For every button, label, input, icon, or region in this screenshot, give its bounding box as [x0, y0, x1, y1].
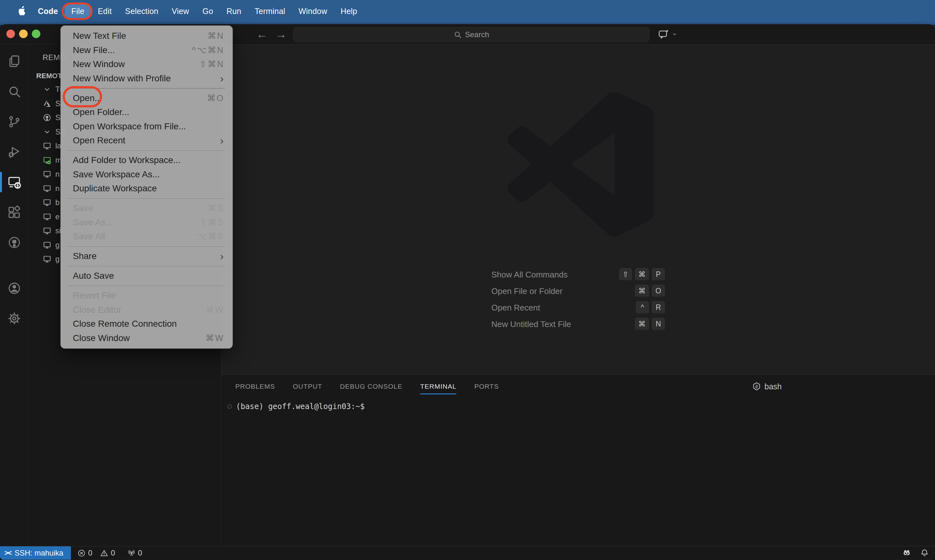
menu-item-open[interactable]: Open... ⌘O ›	[61, 91, 233, 106]
menu-item-new-window[interactable]: New Window ⇧⌘N ›	[61, 57, 233, 72]
watermark-shortcut-row: Open Recent ^R	[491, 301, 665, 314]
run-debug-activity-button[interactable]	[0, 145, 29, 159]
problems-status[interactable]: 0 0	[77, 549, 115, 557]
menubar-camera-app-button[interactable]	[598, 6, 609, 17]
menu-item-save-all[interactable]: Save All ⌥⌘S ›	[61, 229, 233, 244]
menubar-menu-help[interactable]: Help	[334, 5, 364, 18]
menu-item-close-editor[interactable]: Close Editor ⌘W ›	[61, 303, 233, 317]
github-activity-button[interactable]	[0, 235, 29, 250]
menubar-control-center-button[interactable]	[821, 6, 831, 17]
navigate-back-button[interactable]: ←	[256, 29, 268, 40]
warning-icon	[100, 549, 108, 557]
file-menu-item[interactable]: ›	[61, 263, 233, 269]
file-menu-item[interactable]: ›	[61, 244, 233, 249]
menu-item-duplicate-workspace[interactable]: Duplicate Workspace ›	[61, 182, 233, 196]
remote-indicator[interactable]: >< SSH: mahuika	[0, 546, 71, 560]
zoom-window-button[interactable]	[32, 29, 40, 38]
terminal-content[interactable]: (base) geoff.weal@login03:~$	[221, 402, 365, 411]
menubar-bluetooth-button[interactable]	[732, 6, 742, 17]
navigate-forward-button[interactable]: →	[275, 29, 287, 40]
apple-menu-icon[interactable]	[16, 5, 27, 17]
minimize-window-button[interactable]	[19, 29, 28, 38]
menubar-menu-terminal[interactable]: Terminal	[248, 5, 292, 18]
menubar-spotlight-button[interactable]	[799, 6, 809, 17]
menubar-hotspot-button[interactable]	[710, 6, 720, 17]
notifications-bell-icon[interactable]	[920, 548, 929, 558]
shell-label: bash	[765, 382, 782, 391]
menu-item-save-workspace-as[interactable]: Save Workspace As... ›	[61, 168, 233, 182]
tab-terminal[interactable]: TERMINAL	[420, 375, 457, 398]
menu-item-open-folder[interactable]: Open Folder... ›	[61, 105, 233, 120]
close-window-button[interactable]	[6, 29, 15, 38]
command-decoration-icon	[227, 404, 232, 409]
toggle-secondary-sidebar-button[interactable]	[916, 29, 928, 40]
menu-item-auto-save[interactable]: Auto Save ›	[61, 269, 233, 283]
menubar-battery-button[interactable]	[754, 6, 765, 17]
file-menu-item[interactable]: ›	[61, 283, 233, 289]
menubar-menu-view[interactable]: View	[165, 5, 196, 18]
menu-item-close-remote-connection[interactable]: Close Remote Connection ›	[61, 317, 233, 331]
menu-item-save-as[interactable]: Save As... ⇧⌘S ›	[61, 215, 233, 230]
menu-item-open-recent[interactable]: Open Recent ›	[61, 134, 233, 148]
toggle-primary-sidebar-button[interactable]	[881, 29, 892, 40]
toolbar-divider[interactable]	[877, 382, 887, 391]
menubar-menu-go[interactable]: Go	[196, 5, 220, 18]
remote-explorer-activity-button[interactable]	[0, 175, 29, 189]
menubar-wifi-button[interactable]	[776, 6, 787, 17]
terminal-prompt: (base) geoff.weal@login03:~$	[236, 402, 365, 411]
accounts-button[interactable]	[0, 281, 29, 295]
command-center-search[interactable]: Search	[293, 27, 650, 42]
menu-item-new-window-with-profile[interactable]: New Window with Profile ›	[61, 72, 233, 86]
file-dropdown-menu: New Text File ⌘N › New File... ^⌥⌘N › Ne…	[60, 25, 233, 349]
ports-count: 0	[138, 549, 142, 557]
file-menu-item[interactable]: ›	[61, 196, 233, 202]
menubar-menu-code[interactable]: Code	[31, 5, 65, 18]
settings-button[interactable]	[0, 311, 29, 326]
sidebar-section-header[interactable]: REMOT	[36, 72, 62, 80]
terminal-instance[interactable]: bash	[752, 382, 782, 391]
menu-item-save[interactable]: Save ⌘S ›	[61, 201, 233, 215]
monitor-icon	[43, 198, 51, 207]
copilot-status-icon[interactable]	[902, 548, 912, 558]
extensions-activity-button[interactable]	[0, 205, 29, 220]
customize-layout-button[interactable]	[863, 29, 875, 40]
tab-problems[interactable]: PROBLEMS	[235, 375, 275, 398]
menubar-menu-window[interactable]: Window	[292, 5, 334, 18]
terminal-more-actions-button[interactable]	[859, 382, 869, 391]
explorer-activity-button[interactable]	[0, 54, 29, 69]
new-terminal-button[interactable]	[790, 382, 799, 391]
toggle-panel-button[interactable]	[899, 29, 910, 40]
menubar-leaf-app-button[interactable]	[665, 6, 676, 17]
menu-item-new-file[interactable]: New File... ^⌥⌘N ›	[61, 43, 233, 57]
error-count: 0	[88, 549, 92, 557]
maximize-panel-button[interactable]	[895, 382, 904, 391]
search-activity-button[interactable]	[0, 84, 29, 99]
ports-status[interactable]: 0	[127, 549, 142, 557]
tab-ports[interactable]: PORTS	[474, 375, 499, 398]
close-panel-button[interactable]	[912, 382, 922, 391]
keycap: N	[652, 318, 665, 331]
menubar-menu-selection[interactable]: Selection	[118, 5, 165, 18]
menu-item-add-folder-to-workspace[interactable]: Add Folder to Workspace... ›	[61, 153, 233, 168]
file-menu-item[interactable]: ›	[61, 148, 233, 154]
tab-debug-console[interactable]: DEBUG CONSOLE	[340, 375, 402, 398]
extensions-icon	[7, 205, 21, 219]
menubar-menu-run[interactable]: Run	[220, 5, 248, 18]
copilot-menu-button[interactable]	[658, 28, 678, 40]
source-control-activity-button[interactable]	[0, 114, 29, 129]
menu-item-close-window[interactable]: Close Window ⌘W ›	[61, 331, 233, 345]
menu-item-open-workspace-from-file[interactable]: Open Workspace from File... ›	[61, 120, 233, 134]
tab-output[interactable]: OUTPUT	[293, 375, 322, 398]
menubar-bed-app-button[interactable]	[687, 6, 698, 17]
menubar-security-app-button[interactable]	[620, 6, 631, 17]
menu-item-share[interactable]: Share ›	[61, 249, 233, 263]
terminal-launch-profile-button[interactable]	[807, 382, 817, 391]
menu-item-new-text-file[interactable]: New Text File ⌘N ›	[61, 29, 233, 43]
menu-item-revert-file[interactable]: Revert File ›	[61, 289, 233, 303]
file-menu-item[interactable]: ›	[61, 86, 233, 91]
menubar-menu-edit[interactable]: Edit	[91, 5, 118, 18]
kill-terminal-button[interactable]	[842, 382, 852, 391]
menubar-device-app-button[interactable]	[643, 6, 653, 17]
menubar-menu-file[interactable]: File	[65, 5, 91, 18]
split-terminal-button[interactable]	[825, 382, 834, 391]
